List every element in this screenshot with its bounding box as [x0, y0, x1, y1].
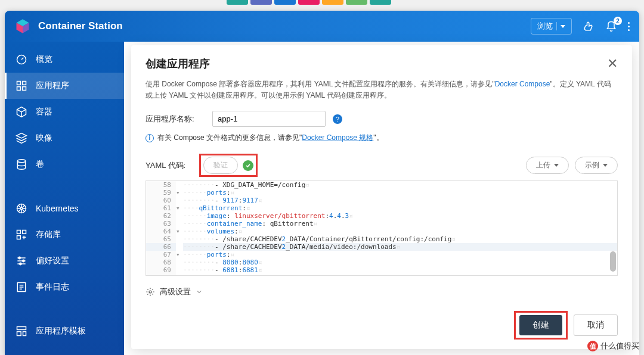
watermark-icon: 值: [587, 341, 598, 351]
app-window: Container Station 浏览 2 概览 应用程序: [5, 11, 639, 355]
svg-point-12: [23, 260, 24, 261]
cancel-button[interactable]: 取消: [574, 314, 618, 336]
sidebar-label: 应用程序模板: [36, 326, 86, 337]
yaml-editor[interactable]: 58········- XDG_DATA_HOME=/config¤59▾···…: [145, 180, 618, 276]
code-line[interactable]: 64▾······volumes:¤: [146, 228, 617, 235]
log-icon: [16, 281, 27, 293]
compose-spec-link[interactable]: Docker Compose 规格: [302, 133, 373, 142]
app-logo-icon: [14, 18, 31, 35]
chevron-down-icon: [561, 25, 565, 28]
info-message: i 有关 Compose 文件格式的更多信息，请参见"Docker Compos…: [145, 133, 618, 143]
advanced-settings-toggle[interactable]: 高级设置: [145, 287, 618, 297]
sidebar-label: 映像: [36, 133, 52, 144]
sidebar-label: 存储库: [36, 229, 61, 240]
code-line[interactable]: 67▾······ports:¤: [146, 251, 617, 259]
svg-rect-1: [17, 82, 21, 85]
chevron-down-icon: [196, 288, 203, 295]
code-line[interactable]: 63······container_name: qBittorrent¤: [146, 220, 617, 228]
browse-button[interactable]: 浏览: [531, 18, 572, 35]
template-icon: [16, 325, 27, 337]
code-line[interactable]: 68········- 8080:8080¤: [146, 259, 617, 266]
editor-scrollbar[interactable]: [610, 182, 616, 274]
repo-icon: [16, 229, 27, 241]
more-menu-icon[interactable]: [628, 22, 630, 31]
sidebar-label: 事件日志: [36, 282, 69, 292]
code-line[interactable]: 65········- /share/CACHEDEV2_DATA/Contai…: [146, 235, 617, 243]
create-button[interactable]: 创建: [519, 315, 562, 335]
sliders-icon: [16, 255, 27, 267]
code-line[interactable]: 70········- 6881:6881/udp¤: [146, 274, 617, 276]
app-name-input[interactable]: [212, 111, 326, 127]
sidebar: 概览 应用程序 容器 映像 卷 Kubernetes: [5, 42, 124, 355]
sidebar-label: Kubernetes: [36, 204, 79, 213]
watermark: 值 什么值得买: [587, 341, 639, 351]
notification-bell-icon[interactable]: 2: [605, 20, 617, 32]
database-icon: [16, 158, 27, 170]
gear-icon: [145, 287, 155, 297]
modal-title: 创建应用程序: [145, 57, 210, 71]
svg-point-11: [18, 257, 20, 259]
code-line[interactable]: 61▾····qBittorrent:¤: [146, 204, 617, 212]
create-app-modal: 创建应用程序 ✕ 使用 Docker Compose 部署多容器应用程序，其利用…: [131, 45, 632, 349]
highlight-verify: 验证: [199, 154, 258, 177]
app-header: Container Station 浏览 2: [5, 11, 639, 42]
sidebar-item-volumes[interactable]: 卷: [5, 151, 124, 178]
example-button[interactable]: 示例: [575, 157, 618, 174]
svg-point-18: [149, 291, 151, 293]
svg-rect-2: [23, 82, 26, 85]
sidebar-label: 应用程序: [36, 80, 69, 91]
code-line[interactable]: 59▾······ports:¤: [146, 189, 617, 197]
main-content: 创建应用程序 ✕ 使用 Docker Compose 部署多容器应用程序，其利用…: [124, 42, 639, 355]
sidebar-item-kubernetes[interactable]: Kubernetes: [5, 195, 124, 222]
layers-icon: [16, 132, 27, 144]
code-line[interactable]: 60········- 9117:9117¤: [146, 197, 617, 204]
desktop-taskbar-hint: [227, 0, 391, 5]
app-name-label: 应用程序名称:: [145, 114, 205, 124]
modal-description: 使用 Docker Compose 部署多容器应用程序，其利用 YAML 文件配…: [145, 79, 618, 101]
hand-icon[interactable]: [583, 20, 595, 32]
svg-point-13: [20, 263, 21, 264]
sidebar-label: 偏好设置: [36, 256, 69, 266]
svg-rect-16: [17, 332, 21, 336]
sidebar-item-templates[interactable]: 应用程序模板: [5, 318, 124, 344]
svg-rect-17: [23, 332, 26, 336]
sidebar-item-preferences[interactable]: 偏好设置: [5, 248, 124, 274]
sidebar-item-images[interactable]: 映像: [5, 125, 124, 151]
svg-rect-8: [17, 231, 21, 234]
helm-icon: [16, 203, 27, 214]
docker-compose-link[interactable]: Docker Compose: [495, 80, 550, 88]
svg-point-5: [17, 160, 25, 163]
svg-rect-9: [23, 231, 26, 234]
notification-badge: 2: [614, 17, 622, 25]
sidebar-label: 容器: [36, 107, 52, 117]
browse-label: 浏览: [537, 21, 553, 32]
upload-button[interactable]: 上传: [526, 157, 569, 174]
sidebar-label: 卷: [36, 159, 44, 170]
svg-rect-10: [17, 236, 21, 239]
verify-button[interactable]: 验证: [203, 157, 238, 174]
svg-rect-3: [17, 87, 21, 91]
svg-rect-15: [17, 327, 26, 330]
info-icon: i: [145, 134, 154, 142]
sidebar-label: 概览: [36, 54, 52, 65]
yaml-code-label: YAML 代码:: [145, 160, 193, 171]
code-line[interactable]: 66········- /share/CACHEDEV2_DATA/media/…: [146, 243, 617, 251]
svg-rect-4: [23, 87, 26, 91]
svg-point-7: [20, 207, 22, 209]
sidebar-item-containers[interactable]: 容器: [5, 99, 124, 125]
apps-icon: [16, 80, 27, 92]
app-title: Container Station: [38, 20, 531, 32]
highlight-create: 创建: [514, 311, 568, 340]
code-line[interactable]: 69········- 6881:6881¤: [146, 266, 617, 274]
sidebar-item-repository[interactable]: 存储库: [5, 222, 124, 248]
help-icon[interactable]: ?: [333, 114, 342, 124]
sidebar-item-overview[interactable]: 概览: [5, 46, 124, 73]
close-button[interactable]: ✕: [607, 56, 618, 71]
code-line[interactable]: 62······image: linuxserver/qbittorrent:4…: [146, 212, 617, 220]
code-line[interactable]: 58········- XDG_DATA_HOME=/config¤: [146, 181, 617, 189]
sidebar-item-applications[interactable]: 应用程序: [5, 73, 124, 99]
cube-icon: [16, 106, 27, 118]
check-icon: [243, 160, 253, 171]
gauge-icon: [16, 54, 27, 66]
sidebar-item-events[interactable]: 事件日志: [5, 274, 124, 300]
